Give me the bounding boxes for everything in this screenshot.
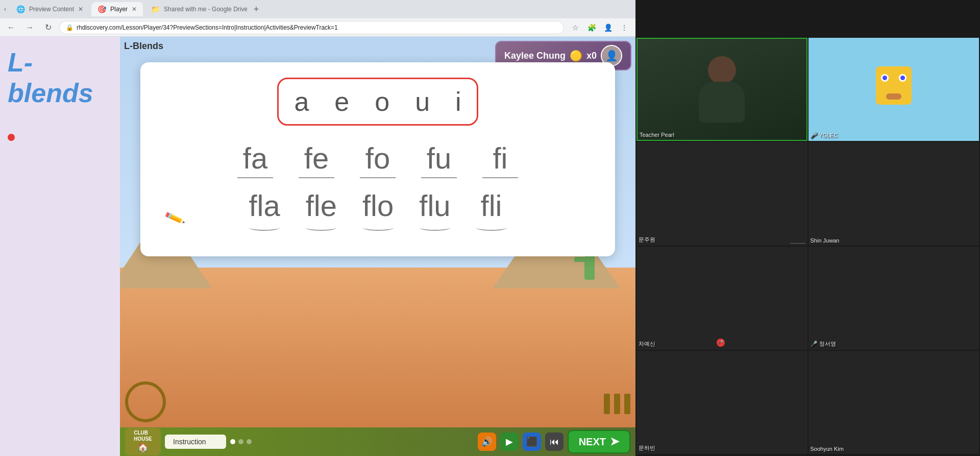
syllable-fla-text: fla [249, 188, 280, 223]
syllable-fa-line [237, 177, 273, 178]
fence-post-2 [614, 394, 620, 414]
stop-button[interactable]: ⬛ [523, 433, 541, 451]
progress-dots [230, 439, 474, 444]
back-button[interactable]: ← [4, 20, 18, 35]
moonjuwon-name: 문주원 [639, 236, 655, 244]
tab-bar-left: ‹ [4, 6, 6, 13]
moonhabin-name: 문하빈 [639, 444, 655, 452]
syllable-fa: fa [237, 141, 273, 178]
right-panel: Teacher Pearl 🎤 YGLEC 문주원 Shin Juwan 차예신 [635, 37, 980, 456]
play-button[interactable]: ▶ [500, 433, 519, 451]
speaker-button[interactable]: 🔊 [478, 433, 496, 451]
video-cell-teacher-pearl: Teacher Pearl [636, 38, 807, 141]
yglec-name: 🎤 YGLEC [811, 132, 838, 139]
progress-dot-3 [247, 439, 252, 444]
syllable-fo-text: fo [365, 141, 390, 175]
browser-chrome: ‹ 🌐 Preview Content ✕ 🎯 Player ✕ 📁 Share… [0, 0, 635, 37]
syllable-flu-curve [420, 225, 450, 231]
tab-player-close[interactable]: ✕ [132, 6, 137, 13]
pencil-icon: ✏️ [163, 207, 186, 229]
tab-player[interactable]: 🎯 Player ✕ [91, 2, 143, 16]
url-text: rhdiscovery.com/Lesson/Player/34?Preview… [77, 24, 338, 31]
video-cell-jungseoyoung: 🎤 정서영 [808, 247, 979, 350]
syllable-flo-text: flo [362, 188, 394, 223]
syllable-fi-text: fi [493, 141, 508, 175]
syllable-fu-line [421, 177, 457, 178]
coin-icon: 🟡 [570, 50, 582, 62]
syllable-fla-curve [249, 225, 280, 231]
menu-button[interactable]: ⋮ [617, 20, 631, 35]
progress-dot-2 [238, 439, 243, 444]
tab-player-label: Player [110, 6, 128, 13]
address-bar-actions: ☆ 🧩 👤 ⋮ [568, 20, 631, 35]
main-area: L-blends L-Blends Kaylee Chung 🟡 x0 👤 [0, 37, 635, 456]
content-card: a e o u i fa fe fo [140, 62, 615, 256]
syllable-fle-text: fle [306, 188, 337, 223]
fence-post-1 [624, 394, 630, 414]
instruction-label: Instruction [173, 438, 206, 446]
vowel-row: a e o u i [277, 78, 478, 126]
vowel-i: i [455, 86, 461, 117]
fa-row: fa fe fo fu fi [156, 141, 600, 178]
forward-button[interactable]: → [22, 20, 37, 35]
tab-drive-label: Shared with me - Google Drive [164, 6, 247, 13]
sidebar-title: L-blends [8, 47, 112, 108]
syllable-flo-curve [363, 225, 394, 231]
syllable-fle-curve [306, 225, 336, 231]
lock-icon: 🔒 [66, 24, 74, 31]
teacher-pearl-name: Teacher Pearl [640, 132, 674, 138]
video-cell-chayesin: 차예신 🎤 [636, 247, 807, 350]
syllable-fu: fu [421, 141, 457, 178]
clubhouse-button[interactable]: CLUBHOUSE 🏠 [125, 428, 161, 455]
syllable-fle: fle [306, 188, 337, 231]
syllable-flu-text: flu [419, 188, 450, 223]
coin-count: x0 [586, 51, 597, 61]
syllable-fa-text: fa [243, 141, 267, 175]
tab-bar: ‹ 🌐 Preview Content ✕ 🎯 Player ✕ 📁 Share… [0, 0, 635, 18]
next-button[interactable]: NEXT ➤ [568, 430, 630, 453]
tab-drive[interactable]: 📁 Shared with me - Google Drive ✕ [145, 2, 247, 16]
syllable-flu: flu [419, 188, 450, 231]
reload-button[interactable]: ↻ [41, 20, 55, 35]
video-cell-shinjuwan: Shin Juwan [808, 142, 979, 245]
profile-button[interactable]: 👤 [601, 20, 615, 35]
address-bar: ← → ↻ 🔒 rhdiscovery.com/Lesson/Player/34… [0, 18, 635, 37]
chayesin-mic-off-icon: 🎤 [717, 339, 725, 347]
tab-preview-label: Preview Content [29, 6, 74, 13]
instruction-bar: Instruction [165, 435, 226, 449]
syllable-fli-curve [476, 225, 507, 231]
bottom-toolbar: CLUBHOUSE 🏠 Instruction 🔊 ▶ ⬛ ⏮ NEXT ➤ [120, 427, 635, 456]
soohyunkim-name: Soohyun Kim [811, 446, 844, 452]
red-dot-indicator [8, 134, 15, 141]
syllable-fe-text: fe [304, 141, 329, 175]
tab-chevron-icon[interactable]: ‹ [4, 6, 6, 13]
vowel-a: a [294, 86, 309, 117]
new-tab-button[interactable]: + [249, 2, 263, 16]
tab-preview-close[interactable]: ✕ [78, 6, 83, 13]
fla-row: ✏️ fla fle flo flu fli [156, 188, 600, 231]
next-arrow-icon: ➤ [610, 435, 619, 448]
syllable-fo-line [360, 177, 396, 178]
tab-preview-content[interactable]: 🌐 Preview Content ✕ [10, 2, 89, 16]
vowel-o: o [375, 86, 389, 117]
shinjuwan-name: Shin Juwan [811, 237, 840, 244]
tab-drive-icon: 📁 [151, 5, 160, 13]
sidebar: L-blends [0, 37, 120, 456]
url-bar[interactable]: 🔒 rhdiscovery.com/Lesson/Player/34?Previ… [59, 21, 564, 34]
extensions-button[interactable]: 🧩 [584, 20, 599, 35]
lesson-label: L-Blends [124, 41, 163, 52]
bookmark-button[interactable]: ☆ [568, 20, 582, 35]
syllable-fi: fi [482, 141, 518, 178]
fence-post-3 [604, 394, 610, 414]
syllable-fla: fla [249, 188, 280, 231]
wagon-wheel [125, 381, 166, 422]
clubhouse-arrow-icon: 🏠 [137, 442, 149, 453]
video-cell-soohyunkim: Soohyun Kim [808, 351, 979, 454]
player-area: L-Blends Kaylee Chung 🟡 x0 👤 a e o u i f… [120, 37, 635, 456]
tab-player-icon: 🎯 [97, 5, 106, 13]
vowel-u: u [415, 86, 430, 117]
tab-preview-icon: 🌐 [16, 5, 25, 13]
syllable-fo: fo [360, 141, 396, 178]
chayesin-name: 차예신 [639, 340, 655, 348]
rewind-button[interactable]: ⏮ [545, 433, 564, 451]
